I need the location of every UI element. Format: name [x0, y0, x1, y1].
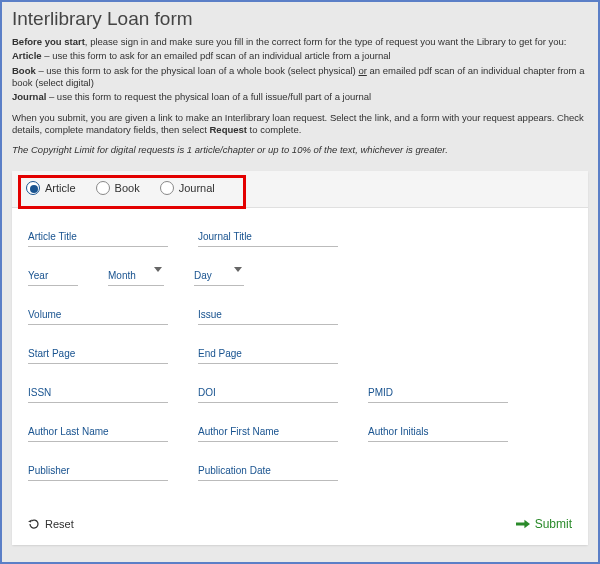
submit-label: Submit — [535, 517, 572, 531]
article-bold: Article — [12, 50, 42, 61]
radio-book[interactable]: Book — [96, 181, 140, 195]
journal-title-field[interactable]: Journal Title — [198, 226, 338, 247]
radio-article-label: Article — [45, 182, 76, 194]
publisher-field[interactable]: Publisher — [28, 460, 168, 481]
page-title: Interlibrary Loan form — [12, 8, 588, 30]
radio-icon — [160, 181, 174, 195]
author-last-name-field[interactable]: Author Last Name — [28, 421, 168, 442]
radio-book-label: Book — [115, 182, 140, 194]
type-radio-group: Article Book Journal — [26, 181, 574, 195]
copyright-note: The Copyright Limit for digital requests… — [12, 144, 588, 156]
article-title-field[interactable]: Article Title — [28, 226, 168, 247]
submit-arrow-icon — [516, 519, 530, 529]
year-field[interactable]: Year — [28, 265, 78, 286]
issn-field[interactable]: ISSN — [28, 382, 168, 403]
reset-label: Reset — [45, 518, 74, 530]
app-frame: Interlibrary Loan form Before you start,… — [0, 0, 600, 564]
before-you-start: Before you start — [12, 36, 85, 47]
volume-field[interactable]: Volume — [28, 304, 168, 325]
end-page-field[interactable]: End Page — [198, 343, 338, 364]
start-page-field[interactable]: Start Page — [28, 343, 168, 364]
publication-date-field[interactable]: Publication Date — [198, 460, 338, 481]
form-body: Article Title Journal Title Year Month D… — [12, 208, 588, 507]
form-footer: Reset Submit — [12, 507, 588, 545]
month-select[interactable]: Month — [108, 265, 164, 286]
book-bold: Book — [12, 65, 36, 76]
author-first-name-field[interactable]: Author First Name — [198, 421, 338, 442]
issue-field[interactable]: Issue — [198, 304, 338, 325]
type-tabs-row: Article Book Journal — [12, 171, 588, 208]
radio-icon — [26, 181, 40, 195]
submit-button[interactable]: Submit — [516, 517, 572, 531]
intro-text: Before you start, please sign in and mak… — [12, 36, 588, 157]
radio-journal[interactable]: Journal — [160, 181, 215, 195]
radio-journal-label: Journal — [179, 182, 215, 194]
form-card: Article Book Journal Article Title Journ — [12, 171, 588, 545]
radio-article[interactable]: Article — [26, 181, 76, 195]
chevron-down-icon — [234, 267, 242, 272]
day-select[interactable]: Day — [194, 265, 244, 286]
reset-icon — [28, 518, 40, 530]
radio-icon — [96, 181, 110, 195]
reset-button[interactable]: Reset — [28, 518, 74, 530]
chevron-down-icon — [154, 267, 162, 272]
doi-field[interactable]: DOI — [198, 382, 338, 403]
journal-bold: Journal — [12, 91, 46, 102]
header-area: Interlibrary Loan form Before you start,… — [2, 2, 598, 167]
pmid-field[interactable]: PMID — [368, 382, 508, 403]
author-initials-field[interactable]: Author Initials — [368, 421, 508, 442]
